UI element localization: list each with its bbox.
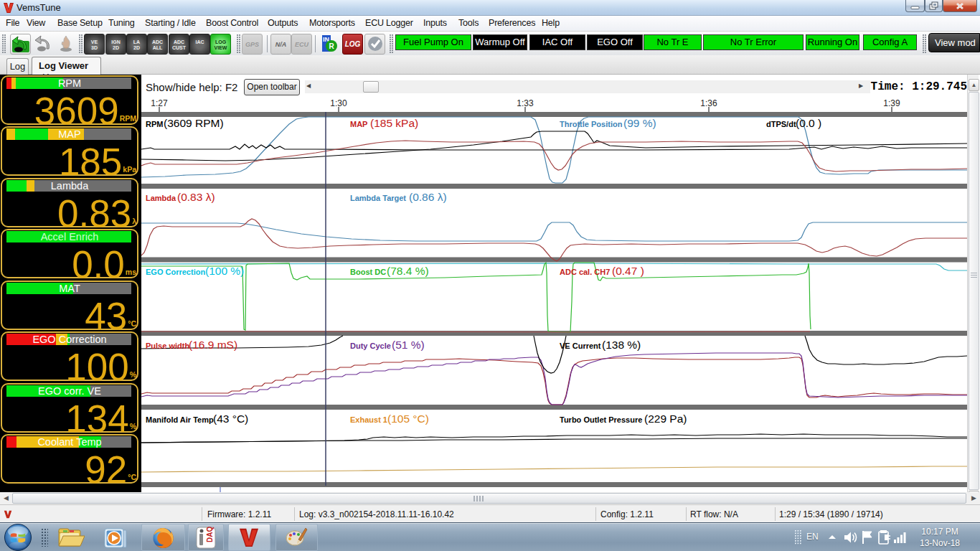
svg-text:(138 %): (138 %) — [602, 339, 641, 351]
svg-text:Lambda Target: Lambda Target — [350, 194, 406, 202]
svg-text:(99 %): (99 %) — [623, 117, 656, 129]
svg-text:(3609 RPM): (3609 RPM) — [164, 117, 224, 129]
svg-text:(0.0 ): (0.0 ) — [796, 117, 821, 129]
svg-text:Pulse width: Pulse width — [146, 342, 189, 350]
svg-text:(78.4 %): (78.4 %) — [387, 265, 429, 277]
svg-text:Throttle Position: Throttle Position — [560, 120, 623, 128]
svg-text:Lambda: Lambda — [146, 194, 176, 202]
svg-text:(229 Pa): (229 Pa) — [644, 413, 687, 425]
svg-text:ADC cal. CH7: ADC cal. CH7 — [560, 268, 610, 276]
svg-text:(43 °C): (43 °C) — [213, 413, 248, 425]
svg-text:(0.47 ): (0.47 ) — [612, 265, 644, 277]
svg-text:(185 kPa): (185 kPa) — [370, 117, 418, 129]
svg-text:(100 %): (100 %) — [205, 265, 244, 277]
svg-text:Duty Cycle: Duty Cycle — [350, 342, 391, 350]
svg-text:(16.9 mS): (16.9 mS) — [189, 339, 237, 351]
svg-text:MAP: MAP — [350, 120, 367, 128]
svg-text:Turbo Outlet Pressure: Turbo Outlet Pressure — [560, 415, 642, 424]
svg-text:RPM: RPM — [146, 120, 163, 128]
svg-text:dTPS/dt: dTPS/dt — [766, 120, 796, 128]
svg-text:(105 °C): (105 °C) — [387, 413, 429, 425]
svg-text:Boost DC: Boost DC — [350, 268, 386, 276]
svg-text:(51 %): (51 %) — [392, 339, 425, 351]
svg-text:R: R — [329, 42, 335, 50]
svg-text:EGO Correction: EGO Correction — [146, 268, 205, 276]
svg-text:Exhaust 1: Exhaust 1 — [350, 415, 387, 424]
svg-text:Manifold Air Temp: Manifold Air Temp — [146, 415, 214, 424]
svg-text:VE Current: VE Current — [560, 342, 601, 350]
svg-text:(0.83 λ): (0.83 λ) — [177, 191, 215, 203]
svg-text:DAQ: DAQ — [206, 527, 214, 542]
svg-text:(0.86 λ): (0.86 λ) — [409, 191, 447, 203]
